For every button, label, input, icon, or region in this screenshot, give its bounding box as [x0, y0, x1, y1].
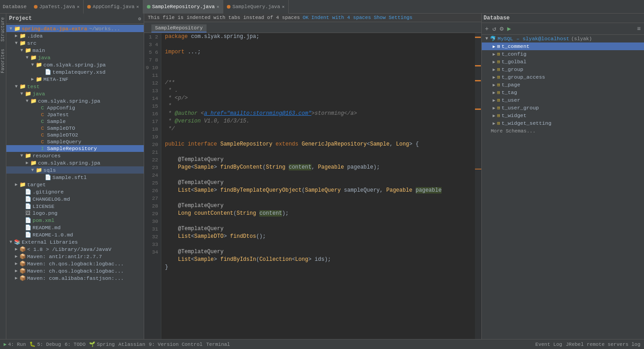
tree-item-sample-sftl[interactable]: ▶ 📄 Sample.sftl — [6, 174, 144, 181]
db-add-btn[interactable]: + — [484, 24, 490, 33]
tree-item-test[interactable]: ▼ 📁 test — [6, 83, 144, 90]
vcs-label: 9: Version Control — [149, 342, 202, 347]
db-table-t_user[interactable]: ▶ ⊞ t_user — [482, 96, 644, 104]
table-name: t_group — [502, 66, 523, 72]
tree-item-changelog[interactable]: ▶ 📄 CHANGELOG.md — [6, 195, 144, 203]
tree-item-main[interactable]: ▼ 📁 main — [6, 47, 144, 54]
db-table-t_golbal[interactable]: ▶ ⊞ t_golbal — [482, 58, 644, 66]
code-editor[interactable]: 1 2 3 4 5 6 7 8 9 10 11 12 13 14 15 16 1… — [144, 33, 481, 339]
target-label: target — [27, 182, 46, 188]
samplequery-label: SampleQuery — [47, 139, 81, 145]
table-icon: ⊞ — [497, 90, 500, 95]
tree-item-logo[interactable]: ▶ 🖼 logo.png — [6, 210, 144, 217]
db-expand-arrow: ▶ — [491, 59, 497, 65]
db-table-t_widget_setting[interactable]: ▶ ⊞ t_widget_setting — [482, 119, 644, 127]
expand-arrow: ▼ — [14, 84, 19, 89]
tree-item-maven-fastjson[interactable]: ▶ 📦 Maven: com.alibaba:fastjson:... — [6, 274, 144, 282]
test-java-label: java — [33, 91, 45, 97]
tree-item-resources-test[interactable]: ▼ 📁 resources — [6, 152, 144, 159]
tree-item-appconfig[interactable]: ▶ C AppConfig — [6, 104, 144, 111]
db-table-t_widget[interactable]: ▶ ⊞ t_widget — [482, 112, 644, 119]
tree-item-jpatest[interactable]: ▶ C JpaTest — [6, 111, 144, 118]
tree-item-java[interactable]: ▼ 📁 java — [6, 54, 144, 61]
tree-item-maven-antlr[interactable]: ▶ 📦 Maven: antlr:antlr:2.7.7 — [6, 253, 144, 260]
tree-item-samplequery[interactable]: ▶ C SampleQuery — [6, 138, 144, 145]
gear-icon[interactable]: ⚙ — [138, 16, 141, 22]
tree-item-pkg-res[interactable]: ▶ 📁 com.slyak.spring.jpa — [6, 159, 144, 166]
jrebel-btn[interactable]: JRebel remote servers log — [566, 342, 640, 347]
expand-arrow: ▶ — [14, 246, 19, 252]
tree-item-samplerepository[interactable]: ▶ I SampleRepository — [6, 145, 144, 152]
tree-item-sample[interactable]: ▶ C Sample — [6, 118, 144, 125]
tree-item-readme10[interactable]: ▶ 📄 README-1.0.md — [6, 231, 144, 238]
project-panel-header: Project ⚙ — [6, 14, 144, 24]
code-content[interactable]: package com.slyak.spring.jpa; import ...… — [161, 33, 481, 339]
tree-item-test-java[interactable]: ▼ 📁 java — [6, 90, 144, 97]
tree-item-root[interactable]: ▼ 📁 spring-data-jpa-extra ~/Works... — [6, 25, 144, 32]
tree-item-sampledto[interactable]: ▶ C SampleDTO — [6, 125, 144, 132]
close-icon[interactable]: ✕ — [216, 4, 219, 9]
close-icon[interactable]: ✕ — [136, 4, 139, 9]
db-table-t_user_group[interactable]: ▶ ⊞ t_user_group — [482, 104, 644, 112]
lib-icon: 📚 — [14, 239, 21, 245]
tree-item-idea[interactable]: ▶ 📁 .idea — [6, 32, 144, 39]
tree-item-gitignore[interactable]: ▶ 📄 .gitignore — [6, 188, 144, 195]
tree-item-jdk[interactable]: ▶ 📦 < 1.8 > /Library/Java/JavaV — [6, 245, 144, 253]
expand-arrow: ▼ — [30, 168, 35, 173]
db-table-t_page[interactable]: ▶ ⊞ t_page — [482, 81, 644, 89]
folder-icon: 📁 — [35, 61, 42, 68]
run-btn[interactable]: ▶ 4: Run — [4, 341, 26, 347]
jdk-label: < 1.8 > /Library/Java/JavaV — [27, 246, 111, 252]
spring-btn[interactable]: 🌱 Spring — [89, 341, 115, 347]
db-more-btn[interactable]: ≡ — [636, 24, 642, 33]
expand-arrow: ▼ — [19, 48, 24, 53]
tree-item-meta[interactable]: ▶ 📁 META-INF — [6, 75, 144, 83]
structure-label[interactable]: Structure — [0, 17, 5, 42]
settings-link[interactable]: Show Settings — [374, 15, 413, 20]
indent-link[interactable]: Indent with 4 spaces — [311, 15, 371, 20]
test-label: test — [27, 84, 40, 90]
ok-link[interactable]: OK — [303, 15, 309, 20]
db-table-t_group_access[interactable]: ▶ ⊞ t_group_access — [482, 73, 644, 81]
tree-item-pkg-main[interactable]: ▼ 📁 com.slyak.spring.jpa — [6, 61, 144, 68]
close-icon[interactable]: ✕ — [77, 4, 80, 9]
tree-item-target[interactable]: ▶ 📁 target — [6, 181, 144, 188]
tab-jpatest[interactable]: JpaTest.java ✕ — [30, 0, 84, 14]
vcs-btn[interactable]: 9: Version Control — [149, 342, 202, 347]
db-properties-btn[interactable]: ⚙ — [498, 24, 505, 33]
event-log-btn[interactable]: Event Log — [536, 342, 562, 347]
tree-item-maven-logback[interactable]: ▶ 📦 Maven: ch.qos.logback:logbac... — [6, 260, 144, 267]
terminal-btn[interactable]: Terminal — [206, 342, 230, 347]
tree-item-src[interactable]: ▼ 📁 src — [6, 39, 144, 47]
tree-item-ext-libs[interactable]: ▼ 📚 External Libraries — [6, 238, 144, 245]
tree-item-pom[interactable]: ▶ 📄 pom.xml — [6, 217, 144, 224]
db-table-t_comment[interactable]: ▶ ⊞ t_comment — [482, 42, 644, 50]
tab-samplerepo[interactable]: SampleRepository.java ✕ — [143, 0, 224, 14]
close-icon[interactable]: ✕ — [282, 4, 285, 9]
atlassian-btn[interactable]: Atlassian — [118, 342, 145, 347]
table-icon: ⊞ — [497, 82, 500, 88]
tree-item-sqls[interactable]: ▼ 📁 sqls — [6, 166, 144, 174]
debug-btn[interactable]: 🐛 5: Debug — [29, 341, 61, 347]
db-connection-item[interactable]: ▼ 🐬 MySQL – slyak@localhost (slyak) — [482, 35, 644, 42]
tree-item-license[interactable]: ▶ 📄 LICENSE — [6, 203, 144, 210]
tree-item-maven-logback2[interactable]: ▶ 📦 Maven: ch.qos.logback:logbac... — [6, 267, 144, 274]
readme10-label: README-1.0.md — [33, 232, 73, 238]
tab-appconfig[interactable]: AppConfig.java ✕ — [84, 0, 143, 14]
tree-item-sampledto2[interactable]: ▶ C SampleDTO2 — [6, 132, 144, 138]
db-table-t_group[interactable]: ▶ ⊞ t_group — [482, 66, 644, 73]
favorites-label[interactable]: Favorites — [0, 49, 5, 73]
folder-icon: 📁 — [30, 160, 37, 166]
filename-tab[interactable]: SampleRepository — [151, 24, 207, 33]
db-refresh-btn[interactable]: ↺ — [491, 24, 497, 33]
java-class-icon: C — [39, 105, 46, 111]
tree-item-xsd[interactable]: ▶ 📄 templatequery.xsd — [6, 68, 144, 75]
more-schemas[interactable]: More Schemas... — [482, 127, 644, 135]
db-table-t_config[interactable]: ▶ ⊞ t_config — [482, 50, 644, 58]
db-run-btn[interactable]: ▶ — [506, 24, 512, 33]
db-table-t_tag[interactable]: ▶ ⊞ t_tag — [482, 89, 644, 96]
todo-btn[interactable]: 6: TODO — [65, 342, 85, 347]
tree-item-readme[interactable]: ▶ 📄 README.md — [6, 224, 144, 231]
tab-samplequery[interactable]: SampleQuery.java ✕ — [223, 0, 289, 14]
tree-item-pkg-test[interactable]: ▼ 📁 com.slyak.spring.jpa — [6, 97, 144, 104]
